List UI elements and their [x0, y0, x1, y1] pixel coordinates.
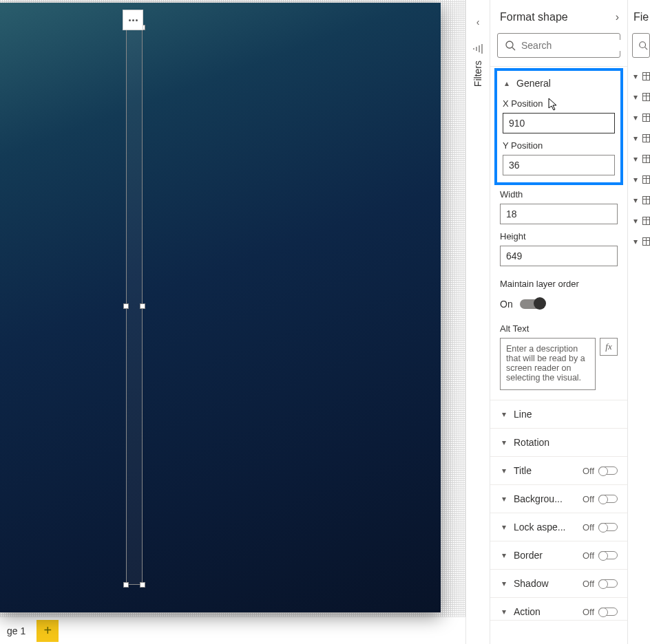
chevron-down-icon: ▾ [500, 466, 508, 475]
table-icon [642, 237, 650, 246]
table-icon [642, 93, 650, 101]
section-background-toggle[interactable]: Off [583, 494, 618, 504]
expand-filters-chevron-icon[interactable]: ‹ [476, 17, 480, 28]
filters-label: Filters [472, 61, 483, 87]
section-rotation-title: Rotation [514, 437, 618, 448]
chevron-down-icon: ▾ [500, 522, 508, 532]
chevron-down-icon: ▾ [500, 438, 508, 447]
search-icon [505, 40, 516, 51]
field-table-row[interactable]: ▾ [628, 211, 650, 231]
filters-icon [472, 44, 483, 54]
section-action-title: Action [514, 606, 577, 617]
table-icon [642, 196, 650, 204]
add-page-button[interactable]: + [36, 620, 59, 642]
y-position-label: Y Position [503, 140, 615, 151]
filters-pane-collapsed[interactable]: ‹ Filters [465, 0, 490, 644]
section-action[interactable]: ▾Action Off [490, 597, 627, 621]
section-border-toggle[interactable]: Off [583, 550, 618, 561]
alt-text-fx-button[interactable]: fx [600, 338, 618, 356]
width-label: Width [500, 189, 618, 200]
selected-shape[interactable] [126, 28, 143, 585]
canvas-background-image [0, 3, 441, 612]
chevron-down-icon: ▾ [500, 494, 508, 504]
svg-point-0 [506, 41, 513, 48]
section-line-title: Line [514, 409, 618, 420]
fields-pane-title: Fie [628, 0, 650, 33]
x-position-input[interactable] [503, 113, 615, 133]
toggle-off-icon [598, 495, 618, 503]
chevron-down-icon: ▾ [500, 579, 508, 588]
field-table-row[interactable]: ▾ [628, 87, 650, 107]
section-shadow[interactable]: ▾Shadow Off [490, 569, 627, 597]
width-input[interactable] [500, 204, 618, 224]
section-title-toggle[interactable]: Off [583, 466, 618, 476]
section-title[interactable]: ▾Title Off [490, 456, 627, 484]
section-shadow-toggle[interactable]: Off [583, 579, 618, 589]
resize-handle-mid-left[interactable] [123, 303, 129, 309]
field-table-row[interactable]: ▾ [628, 107, 650, 128]
pane-next-chevron-icon[interactable]: › [616, 11, 619, 23]
section-lock-aspect[interactable]: ▾Lock aspe... Off [490, 513, 627, 541]
format-search-input[interactable] [521, 40, 628, 51]
field-table-row[interactable]: ▾ [628, 149, 650, 169]
svg-line-3 [645, 47, 648, 50]
report-canvas[interactable] [0, 0, 465, 616]
field-table-row[interactable]: ▾ [628, 190, 650, 211]
chevron-down-icon: ▾ [632, 216, 638, 226]
ellipsis-icon [129, 19, 138, 21]
svg-point-2 [640, 42, 646, 48]
svg-line-1 [512, 47, 515, 50]
section-background-title: Backgrou... [514, 493, 577, 504]
section-background[interactable]: ▾Backgrou... Off [490, 484, 627, 513]
field-table-row[interactable]: ▾ [628, 169, 650, 190]
page-tab[interactable]: ge 1 [4, 623, 28, 639]
alt-text-label: Alt Text [500, 323, 618, 334]
pane-title: Format shape [500, 11, 568, 23]
resize-handle-mid-right[interactable] [140, 303, 145, 309]
maintain-layer-toggle[interactable]: On [500, 299, 618, 310]
chevron-down-icon: ▾ [632, 195, 638, 205]
chevron-down-icon: ▾ [632, 175, 638, 184]
chevron-down-icon: ▾ [632, 133, 638, 143]
chevron-down-icon: ▾ [632, 237, 638, 246]
field-table-row[interactable]: ▾ [628, 128, 650, 149]
section-title-title: Title [514, 465, 577, 476]
report-canvas-area: ge 1 + [0, 0, 465, 644]
field-table-row[interactable]: ▾ [628, 231, 650, 252]
chevron-down-icon: ▾ [632, 72, 638, 81]
format-search-box[interactable] [497, 33, 620, 58]
section-lock-toggle[interactable]: Off [583, 522, 618, 533]
shape-more-options-button[interactable] [123, 10, 143, 30]
table-icon [642, 114, 650, 122]
fields-pane: Fie ▾ ▾ ▾ ▾ ▾ ▾ ▾ ▾ ▾ [628, 0, 650, 644]
resize-handle-bottom-left[interactable] [123, 582, 129, 588]
alt-text-input[interactable]: Enter a description that will be read by… [500, 338, 596, 390]
table-icon [642, 72, 650, 80]
table-icon [642, 134, 650, 142]
chevron-down-icon: ▾ [632, 113, 638, 122]
toggle-off-icon [598, 579, 618, 588]
toggle-off-icon [598, 523, 618, 531]
page-tab-bar: ge 1 + [0, 616, 465, 644]
format-shape-pane: Format shape › ▴ General X Position Y Po… [490, 0, 628, 644]
section-general-header[interactable]: ▴ General [503, 75, 615, 92]
search-icon [638, 41, 648, 50]
section-border[interactable]: ▾Border Off [490, 541, 627, 569]
toggle-on-icon [520, 299, 545, 309]
section-rotation[interactable]: ▾Rotation [490, 428, 627, 456]
chevron-down-icon: ▾ [632, 154, 638, 164]
section-lock-title: Lock aspe... [514, 522, 577, 533]
section-action-toggle[interactable]: Off [583, 607, 618, 617]
height-input[interactable] [500, 246, 618, 266]
y-position-input[interactable] [503, 155, 615, 175]
field-table-row[interactable]: ▾ [628, 66, 650, 87]
table-icon [642, 175, 650, 184]
section-line[interactable]: ▾Line [490, 400, 627, 428]
section-border-title: Border [514, 550, 577, 561]
general-highlight-box: ▴ General X Position Y Position [494, 68, 623, 185]
fields-search-box[interactable] [632, 33, 650, 58]
toggle-off-icon [598, 608, 618, 616]
chevron-up-icon: ▴ [503, 78, 511, 88]
resize-handle-bottom-right[interactable] [140, 582, 145, 588]
maintain-layer-label: Maintain layer order [500, 279, 618, 289]
